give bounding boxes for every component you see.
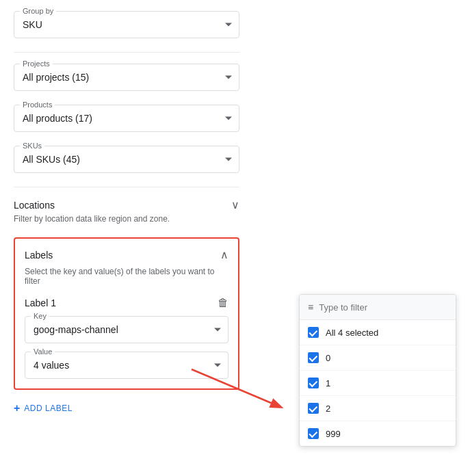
label-1-header: Label 1 🗑 [25,297,229,309]
option-999-label: 999 [326,429,341,439]
skus-label: SKUs [20,142,44,150]
option-999[interactable]: 999 [300,421,456,446]
group-by-label: Group by [20,7,56,15]
group-by-dropdown[interactable]: Group by SKU [14,11,239,38]
locations-header[interactable]: Locations ∨ [14,198,239,211]
locations-chevron-icon: ∨ [231,198,239,211]
group-by-value: SKU [23,19,214,30]
value-value: 4 values [34,360,203,371]
labels-section: Labels ∧ Select the key and value(s) of … [14,237,239,390]
locations-title: Locations [14,200,55,211]
add-label-label: ADD LABEL [24,404,73,413]
skus-value: All SKUs (45) [23,154,214,165]
projects-label: Projects [20,60,53,68]
divider-1 [14,52,239,53]
plus-icon: + [14,402,20,414]
products-label: Products [20,101,55,109]
labels-title: Labels [25,250,53,261]
divider-2 [14,187,239,187]
option-1-checkbox[interactable] [308,378,319,388]
labels-description: Select the key and value(s) of the label… [25,267,229,286]
key-arrow-icon [214,328,221,332]
option-0[interactable]: 0 [300,345,456,371]
option-1-label: 1 [326,378,330,388]
key-value: goog-maps-channel [34,324,203,335]
option-2[interactable]: 2 [300,396,456,421]
products-dropdown[interactable]: Products All products (17) [14,105,239,132]
all-selected-checkbox[interactable] [308,327,319,338]
option-2-checkbox[interactable] [308,403,319,414]
projects-value: All projects (15) [23,72,214,83]
group-by-arrow-icon [225,23,232,27]
option-0-checkbox[interactable] [308,352,319,363]
key-label: Key [31,312,49,320]
skus-dropdown[interactable]: SKUs All SKUs (45) [14,146,239,173]
labels-header: Labels ∧ [25,248,229,261]
products-value: All products (17) [23,113,214,124]
value-arrow-icon [214,364,221,367]
option-1[interactable]: 1 [300,371,456,396]
projects-arrow-icon [225,76,232,79]
all-selected-label: All 4 selected [326,328,378,338]
label-1-title: Label 1 [25,298,56,308]
value-dropdown[interactable]: Value 4 values [25,352,229,379]
products-arrow-icon [225,117,232,120]
labels-chevron-icon[interactable]: ∧ [220,248,229,261]
all-selected-option[interactable]: All 4 selected [300,320,456,345]
filter-icon: ≡ [308,302,313,313]
locations-description: Filter by location data like region and … [14,214,239,224]
filter-dropdown-panel: ≡ All 4 selected 0 1 2 999 [299,294,456,447]
add-label-button[interactable]: + ADD LABEL [14,399,73,417]
option-0-label: 0 [326,353,330,363]
key-dropdown[interactable]: Key goog-maps-channel [25,316,229,343]
option-2-label: 2 [326,404,330,414]
projects-dropdown[interactable]: Projects All projects (15) [14,64,239,91]
value-label: Value [31,347,55,356]
filter-input-wrapper: ≡ [300,295,456,320]
option-999-checkbox[interactable] [308,428,319,439]
filter-input[interactable] [319,302,447,313]
delete-label-icon[interactable]: 🗑 [218,297,229,309]
skus-arrow-icon [225,158,232,161]
